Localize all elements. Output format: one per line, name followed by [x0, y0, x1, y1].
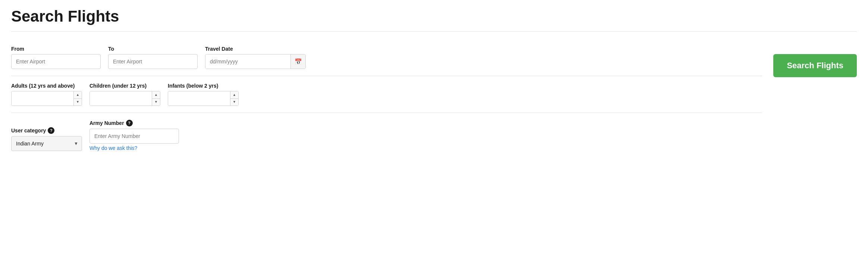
- calendar-icon: 📅: [295, 58, 302, 65]
- form-area: From To Travel Date 📅 Adults (12 y: [11, 39, 762, 158]
- army-number-label: Army Number ?: [89, 120, 179, 126]
- title-divider: [11, 31, 857, 32]
- to-input[interactable]: [108, 54, 198, 69]
- infants-field-group: Infants (below 2 yrs) 0 ▲ ▼: [168, 83, 239, 106]
- travel-date-field-group: Travel Date 📅: [205, 46, 306, 69]
- search-flights-button[interactable]: Search Flights: [773, 54, 857, 77]
- adults-decrement[interactable]: ▼: [74, 99, 82, 106]
- infants-increment[interactable]: ▲: [230, 91, 238, 99]
- children-label: Children (under 12 yrs): [89, 83, 160, 89]
- adults-spinner: 1 ▲ ▼: [11, 91, 82, 106]
- adults-input[interactable]: 1: [12, 91, 73, 106]
- row-user-category: User category ? Indian Army Indian Navy …: [11, 113, 762, 158]
- adults-increment[interactable]: ▲: [74, 91, 82, 99]
- travel-date-label: Travel Date: [205, 46, 306, 52]
- army-number-extras: Why do we ask this?: [89, 129, 179, 151]
- from-input[interactable]: [11, 54, 101, 69]
- user-category-field-group: User category ? Indian Army Indian Navy …: [11, 127, 82, 151]
- user-category-label: User category ?: [11, 127, 82, 134]
- right-panel: Search Flights: [773, 39, 857, 77]
- to-field-group: To: [108, 46, 198, 69]
- travel-date-input[interactable]: [205, 54, 290, 69]
- user-category-select[interactable]: Indian Army Indian Navy Indian Air Force…: [11, 136, 82, 151]
- infants-spinner: 0 ▲ ▼: [168, 91, 239, 106]
- why-link[interactable]: Why do we ask this?: [89, 145, 179, 151]
- row-airports: From To Travel Date 📅: [11, 39, 762, 76]
- adults-label: Adults (12 yrs and above): [11, 83, 82, 89]
- infants-decrement[interactable]: ▼: [230, 99, 238, 106]
- children-spinner: 0 ▲ ▼: [89, 91, 160, 106]
- user-category-select-wrapper: Indian Army Indian Navy Indian Air Force…: [11, 136, 82, 151]
- infants-arrows: ▲ ▼: [230, 91, 238, 106]
- from-field-group: From: [11, 46, 101, 69]
- children-input[interactable]: 0: [90, 91, 152, 106]
- calendar-button[interactable]: 📅: [290, 54, 305, 69]
- infants-input[interactable]: 0: [168, 91, 230, 106]
- army-number-input[interactable]: [89, 129, 179, 144]
- date-wrapper: 📅: [205, 54, 306, 69]
- army-number-field-group: Army Number ? Why do we ask this?: [89, 120, 179, 151]
- to-label: To: [108, 46, 198, 52]
- children-arrows: ▲ ▼: [152, 91, 160, 106]
- user-category-help-icon[interactable]: ?: [48, 127, 54, 134]
- page-title: Search Flights: [11, 7, 857, 25]
- children-decrement[interactable]: ▼: [152, 99, 160, 106]
- adults-field-group: Adults (12 yrs and above) 1 ▲ ▼: [11, 83, 82, 106]
- children-field-group: Children (under 12 yrs) 0 ▲ ▼: [89, 83, 160, 106]
- main-layout: From To Travel Date 📅 Adults (12 y: [11, 39, 857, 158]
- from-label: From: [11, 46, 101, 52]
- adults-arrows: ▲ ▼: [73, 91, 82, 106]
- row-passengers: Adults (12 yrs and above) 1 ▲ ▼ Children…: [11, 76, 762, 113]
- children-increment[interactable]: ▲: [152, 91, 160, 99]
- army-number-help-icon[interactable]: ?: [126, 120, 133, 126]
- infants-label: Infants (below 2 yrs): [168, 83, 239, 89]
